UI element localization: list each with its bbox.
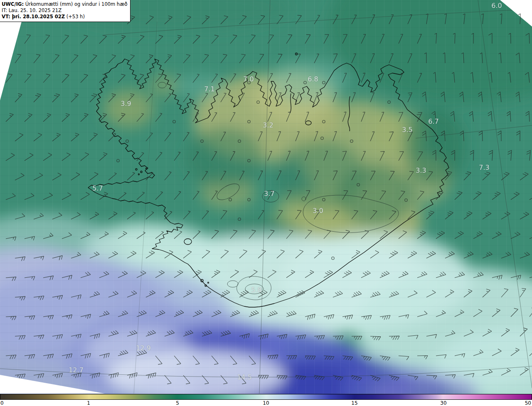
- colorbar-tick-label: 1: [87, 400, 90, 406]
- valid-time: VT: þri. 28.10.2025 02Z: [2, 14, 65, 20]
- precip-contours: [158, 82, 399, 300]
- model-id: UWC/IG:: [2, 1, 24, 7]
- colorbar-tick-label: 15: [351, 400, 357, 406]
- map-overlay: [0, 0, 532, 394]
- colorbar-tick-label: 50: [525, 400, 531, 406]
- colorbar-tick-label: 0: [0, 400, 4, 406]
- coastline: [88, 53, 449, 308]
- weather-map-product: 6.07.06.87.13.96.73.23.53.37.35.73.73.05…: [0, 0, 532, 406]
- colorbar-tick-label: 10: [263, 400, 269, 406]
- title-text: Úrkomumætti (mm) og vindur i 100m hæð: [24, 1, 128, 7]
- colorbar-ticks: 01510153050: [0, 400, 532, 406]
- title-box: UWC/IG: Úrkomumætti (mm) og vindur i 100…: [0, 0, 131, 22]
- lead-time: (+53 h): [65, 14, 85, 20]
- colorbar-tick-label: 5: [176, 400, 179, 406]
- colorbar-tick-label: 30: [440, 400, 446, 406]
- colorbar-gradient: [0, 394, 532, 400]
- map-canvas: 6.07.06.87.13.96.73.23.53.37.35.73.73.05…: [0, 0, 532, 394]
- colorbar: 01510153050: [0, 394, 532, 406]
- wind-barbs: [6, 14, 532, 384]
- title-line-1: UWC/IG: Úrkomumætti (mm) og vindur i 100…: [2, 1, 128, 7]
- valid-time-line: VT: þri. 28.10.2025 02Z (+53 h): [2, 14, 128, 20]
- init-time-line: IT: Lau. 25. 10. 2025 21Z: [2, 7, 128, 14]
